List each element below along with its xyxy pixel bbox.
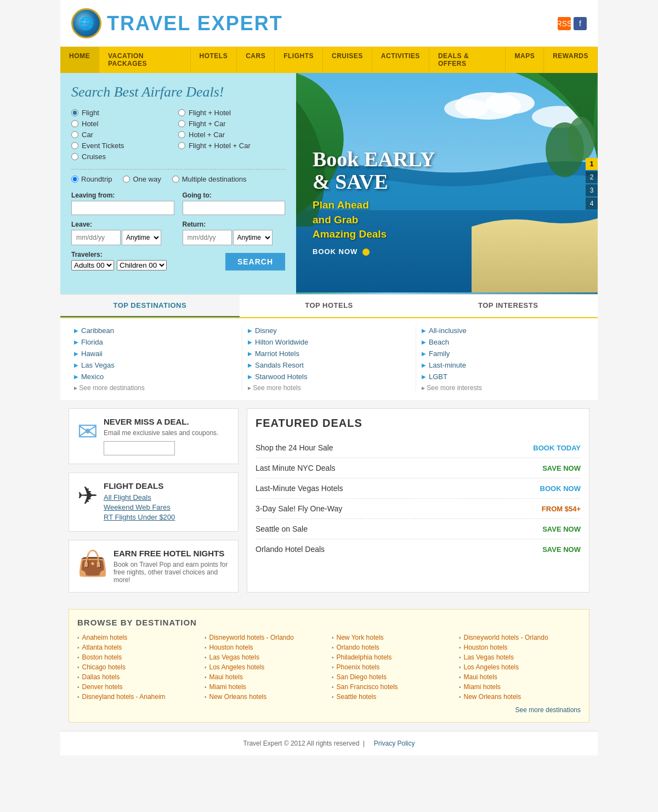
browse-link[interactable]: Dallas hotels (82, 673, 120, 681)
nav-item-home[interactable]: HOME (60, 47, 99, 73)
slide-btn-3[interactable]: 3 (586, 184, 598, 196)
tab-top-hotels[interactable]: TOP HOTELS (240, 295, 419, 317)
deal-cta[interactable]: SAVE NOW (542, 545, 581, 554)
radio-event-input[interactable] (71, 142, 78, 149)
newsletter-input[interactable] (104, 441, 175, 455)
destination-link[interactable]: ▶ Caribbean (74, 326, 236, 335)
radio-cruises-input[interactable] (71, 153, 78, 160)
radio-fh-input[interactable] (178, 109, 185, 116)
browse-link[interactable]: San Diego hotels (337, 673, 387, 681)
radio-car-input[interactable] (71, 131, 78, 138)
slide-btn-1[interactable]: 1 (586, 158, 598, 170)
browse-link[interactable]: Disneyworld hotels - Orlando (464, 634, 548, 641)
browse-link[interactable]: Maui hotels (209, 673, 243, 681)
browse-link[interactable]: Disneyworld hotels - Orlando (209, 634, 294, 641)
deal-cta[interactable]: SAVE NOW (542, 464, 581, 472)
logo-text[interactable]: TRAVEL EXPERT (107, 12, 283, 35)
interest-link[interactable]: ▶ Family (422, 349, 584, 358)
book-now-cta[interactable]: BOOK NOW (313, 247, 435, 256)
browse-link[interactable]: Las Vegas hotels (209, 653, 259, 661)
return-date-input[interactable] (183, 230, 232, 245)
deal-cta[interactable]: BOOK NOW (540, 484, 581, 493)
return-time-select[interactable]: Anytime (233, 230, 273, 245)
nav-item-maps[interactable]: MAPS (506, 47, 544, 73)
interest-link[interactable]: ▶ All-inclusive (422, 326, 584, 335)
facebook-icon[interactable]: f (574, 17, 587, 30)
browse-link[interactable]: Los Angeles hotels (209, 663, 265, 671)
flight-deal-link[interactable]: All Flight Deals (104, 493, 175, 501)
browse-link[interactable]: Miami hotels (464, 683, 501, 691)
nav-item-activities[interactable]: ACTIVITIES (372, 47, 429, 73)
slide-btn-4[interactable]: 4 (586, 198, 598, 210)
leave-date-input[interactable] (71, 230, 121, 245)
destination-link[interactable]: ▶ Hawaii (74, 349, 236, 358)
radio-fhc-input[interactable] (178, 142, 185, 149)
browse-link[interactable]: Las Vegas hotels (464, 653, 514, 661)
rss-icon[interactable]: RSS (558, 17, 571, 30)
deal-cta[interactable]: BOOK TODAY (533, 444, 581, 452)
radio-multidest[interactable] (172, 176, 179, 183)
nav-item-cars[interactable]: CARS (237, 47, 275, 73)
nav-item-hotels[interactable]: HOTELS (191, 47, 237, 73)
browse-link[interactable]: New York hotels (337, 634, 384, 641)
browse-link[interactable]: Philadelphia hotels (337, 653, 392, 661)
browse-link[interactable]: Los Angeles hotels (464, 663, 519, 671)
tab-top-interests[interactable]: TOP INTERESTS (418, 295, 598, 317)
search-button[interactable]: SEARCH (225, 253, 285, 270)
hotel-link[interactable]: ▶ Hilton Worldwide (248, 338, 410, 346)
deal-cta[interactable]: SAVE NOW (542, 525, 581, 533)
adults-select[interactable]: Adults 00 Adults 01 Adults 02 (71, 260, 114, 270)
leave-time-select[interactable]: Anytime (122, 230, 161, 245)
see-more-destinations[interactable]: ▸ See more destinations (74, 384, 236, 392)
nav-item-cruises[interactable]: CRUISES (323, 47, 372, 73)
browse-link[interactable]: New Orleans hotels (209, 693, 267, 701)
radio-hotel-input[interactable] (71, 120, 78, 127)
children-select[interactable]: Children 00 Children 01 Children 02 (117, 260, 167, 270)
browse-link[interactable]: Seattle hotels (337, 693, 377, 701)
radio-oneway[interactable] (123, 176, 130, 183)
see-more-dest-link[interactable]: See more destinations (515, 706, 581, 714)
radio-flight-input[interactable] (71, 109, 78, 116)
see-more-hotels[interactable]: ▸ See more hotels (248, 384, 410, 392)
radio-hc-input[interactable] (178, 131, 185, 138)
browse-link[interactable]: Boston hotels (82, 653, 122, 661)
browse-link[interactable]: Phoenix hotels (337, 663, 380, 671)
browse-link[interactable]: Chicago hotels (82, 663, 126, 671)
tab-top-destinations[interactable]: TOP DESTINATIONS (60, 295, 240, 317)
nav-item-deals-&-offers[interactable]: DEALS & OFFERS (429, 47, 506, 73)
see-more-interests[interactable]: ▸ See more interests (422, 384, 584, 392)
browse-link[interactable]: New Orleans hotels (464, 693, 521, 701)
browse-link[interactable]: Anaheim hotels (82, 634, 128, 641)
going-to-input[interactable] (183, 201, 286, 215)
browse-link[interactable]: Houston hotels (464, 644, 508, 651)
radio-fc-input[interactable] (178, 120, 185, 127)
browse-link[interactable]: Houston hotels (209, 644, 253, 651)
interest-link[interactable]: ▶ Last-minute (422, 361, 584, 369)
destination-link[interactable]: ▶ Las Vegas (74, 361, 236, 369)
deal-cta[interactable]: FROM $54+ (542, 505, 581, 513)
privacy-policy-link[interactable]: Privacy Policy (374, 740, 415, 747)
destination-link[interactable]: ▶ Florida (74, 338, 236, 346)
destination-link[interactable]: ▶ Mexico (74, 373, 236, 381)
slide-btn-2[interactable]: 2 (586, 171, 598, 183)
radio-roundtrip[interactable] (71, 176, 78, 183)
nav-item-vacation-packages[interactable]: VACATION PACKAGES (99, 47, 191, 73)
hotel-link[interactable]: ▶ Marriot Hotels (248, 349, 410, 358)
browse-link[interactable]: Denver hotels (82, 683, 123, 691)
browse-link[interactable]: Orlando hotels (337, 644, 379, 651)
browse-link[interactable]: Miami hotels (209, 683, 246, 691)
interest-link[interactable]: ▶ Beach (422, 338, 584, 346)
browse-link[interactable]: San Francisco hotels (337, 683, 398, 691)
flight-deal-link[interactable]: RT Flights Under $200 (104, 513, 175, 521)
browse-link[interactable]: Disneyland hotels - Anaheim (82, 693, 166, 701)
browse-link[interactable]: Maui hotels (464, 673, 497, 681)
nav-item-flights[interactable]: FLIGHTS (275, 47, 323, 73)
flight-deal-link[interactable]: Weekend Web Fares (104, 503, 175, 511)
hotel-link[interactable]: ▶ Disney (248, 326, 410, 335)
hotel-link[interactable]: ▶ Sandals Resort (248, 361, 410, 369)
hotel-link[interactable]: ▶ Starwood Hotels (248, 373, 410, 381)
browse-link[interactable]: Atlanta hotels (82, 644, 122, 651)
nav-item-rewards[interactable]: REWARDS (544, 47, 598, 73)
leaving-from-input[interactable] (71, 201, 174, 215)
interest-link[interactable]: ▶ LGBT (422, 373, 584, 381)
